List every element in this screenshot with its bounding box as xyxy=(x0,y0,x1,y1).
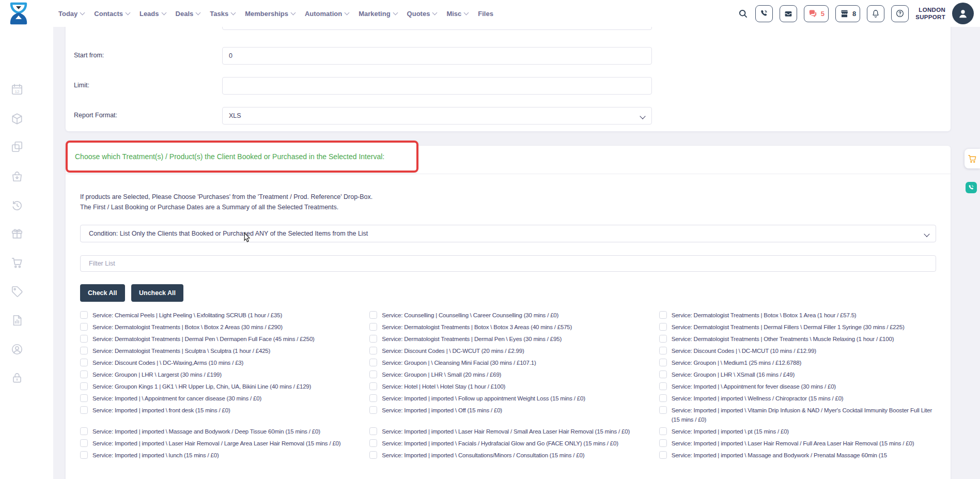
nav-item-files[interactable]: Files xyxy=(478,10,493,18)
service-checkbox-label[interactable]: Service: Discount Codes | \ DC-Waxing,Ar… xyxy=(92,358,243,367)
service-checkbox[interactable] xyxy=(659,370,667,378)
service-checkbox[interactable] xyxy=(659,427,667,435)
service-checkbox-label[interactable]: Service: Dermatologist Treatments | Boto… xyxy=(382,322,572,332)
nav-item-misc[interactable]: Misc xyxy=(446,10,468,18)
service-checkbox-label[interactable]: Service: Dermatologist Treatments | Boto… xyxy=(672,311,857,320)
sidebar-history-icon[interactable] xyxy=(10,199,24,212)
service-checkbox[interactable] xyxy=(369,439,377,447)
service-checkbox-label[interactable]: Service: Dermatologist Treatments | Scul… xyxy=(92,346,270,356)
service-checkbox[interactable] xyxy=(659,406,667,414)
service-checkbox[interactable] xyxy=(369,347,377,354)
service-checkbox-label[interactable]: Service: Dermatologist Treatments | Boto… xyxy=(92,322,283,332)
service-checkbox-label[interactable]: Service: Chemical Peels | Light Peeling … xyxy=(92,311,282,320)
start-from-input[interactable] xyxy=(222,47,652,65)
condition-select[interactable]: Condition: List Only the Clients that Bo… xyxy=(80,225,936,242)
service-checkbox-label[interactable]: Service: Imported | imported \ Off (15 m… xyxy=(382,406,502,415)
service-checkbox[interactable] xyxy=(80,427,88,435)
service-checkbox-label[interactable]: Service: Imported | imported \ Consultat… xyxy=(382,451,584,460)
service-checkbox[interactable] xyxy=(80,347,88,354)
service-checkbox[interactable] xyxy=(369,394,377,402)
service-checkbox[interactable] xyxy=(369,335,377,343)
service-checkbox[interactable] xyxy=(80,335,88,343)
sidebar-lock-icon[interactable] xyxy=(10,371,24,384)
nav-item-leads[interactable]: Leads xyxy=(139,10,166,18)
service-checkbox[interactable] xyxy=(659,311,667,319)
service-checkbox-label[interactable]: Service: Imported | imported \ Follow up… xyxy=(382,394,585,403)
service-checkbox-label[interactable]: Service: Imported | imported \ Vitamin D… xyxy=(672,406,936,424)
service-checkbox-label[interactable]: Service: Imported | imported \ pt (15 mi… xyxy=(672,427,789,436)
sidebar-user-circle-icon[interactable] xyxy=(10,343,24,356)
service-checkbox-label[interactable]: Service: Imported | imported \ front des… xyxy=(92,406,230,415)
service-checkbox-label[interactable]: Service: Dermatologist Treatments | Derm… xyxy=(672,322,905,332)
help-button[interactable] xyxy=(891,5,909,22)
nav-item-automation[interactable]: Automation xyxy=(305,10,349,18)
service-checkbox-label[interactable]: Service: Hotel | Hotel \ Hotel Stay (1 h… xyxy=(382,382,505,391)
service-checkbox-label[interactable]: Service: Imported | imported \ lunch (15… xyxy=(92,451,219,460)
service-checkbox[interactable] xyxy=(80,394,88,402)
nav-item-contacts[interactable]: Contacts xyxy=(94,10,130,18)
uncheck-all-button[interactable]: Uncheck All xyxy=(131,284,183,302)
service-checkbox-label[interactable]: Service: Imported | imported \ Massage a… xyxy=(92,427,320,436)
sidebar-package-icon[interactable] xyxy=(10,112,24,126)
service-checkbox[interactable] xyxy=(659,323,667,331)
service-checkbox[interactable] xyxy=(80,370,88,378)
sidebar-bag-icon[interactable] xyxy=(10,169,24,183)
service-checkbox[interactable] xyxy=(369,427,377,435)
nav-item-memberships[interactable]: Memberships xyxy=(245,10,295,18)
avatar[interactable] xyxy=(952,3,974,24)
notifications-button[interactable] xyxy=(867,5,884,22)
service-checkbox[interactable] xyxy=(80,406,88,414)
check-all-button[interactable]: Check All xyxy=(80,284,125,302)
service-checkbox[interactable] xyxy=(80,382,88,390)
floating-phone-button[interactable] xyxy=(966,182,977,193)
nav-item-today[interactable]: Today xyxy=(58,10,84,18)
service-checkbox-label[interactable]: Service: Groupon | LHR \ Small (20 mins … xyxy=(382,370,501,379)
sidebar-tag-icon[interactable] xyxy=(10,285,24,298)
sidebar-calendar-icon[interactable] xyxy=(10,83,24,96)
service-checkbox-label[interactable]: Service: Groupon Kings 1 | GK1 \ HR Uppe… xyxy=(92,382,311,391)
service-checkbox[interactable] xyxy=(369,406,377,414)
service-checkbox[interactable] xyxy=(369,451,377,459)
service-checkbox[interactable] xyxy=(369,311,377,319)
service-checkbox-label[interactable]: Service: Imported | imported \ Massage a… xyxy=(672,451,887,460)
search-icon[interactable] xyxy=(738,8,749,19)
service-checkbox[interactable] xyxy=(659,451,667,459)
service-checkbox[interactable] xyxy=(369,370,377,378)
service-checkbox[interactable] xyxy=(659,382,667,390)
service-checkbox-label[interactable]: Service: Dermatologist Treatments | Othe… xyxy=(672,334,894,344)
chat-button[interactable]: 5 xyxy=(804,5,829,22)
sidebar-gift-icon[interactable] xyxy=(10,227,24,240)
sidebar-cart-icon[interactable] xyxy=(10,256,24,269)
nav-item-marketing[interactable]: Marketing xyxy=(359,10,397,18)
service-checkbox-label[interactable]: Service: Imported | imported \ Wellness … xyxy=(672,394,844,403)
service-checkbox-label[interactable]: Service: Dermatologist Treatments | Derm… xyxy=(382,334,562,344)
service-checkbox[interactable] xyxy=(659,347,667,354)
service-checkbox-label[interactable]: Service: Imported | \ Appointment for fe… xyxy=(672,382,836,391)
service-checkbox[interactable] xyxy=(80,439,88,447)
sidebar-report-icon[interactable] xyxy=(10,314,24,327)
service-checkbox-label[interactable]: Service: Discount Codes | \ DC-MCUT (10 … xyxy=(672,346,816,356)
service-checkbox[interactable] xyxy=(659,394,667,402)
limit-input[interactable] xyxy=(222,77,652,95)
service-checkbox[interactable] xyxy=(369,382,377,390)
service-checkbox[interactable] xyxy=(659,359,667,366)
service-checkbox-label[interactable]: Service: Groupon | LHR \ XSmall (16 mins… xyxy=(672,370,795,379)
service-checkbox-label[interactable]: Service: Imported | imported \ Facials /… xyxy=(382,439,618,448)
service-checkbox-label[interactable]: Service: Discount Codes | \ DC-WCUT (20 … xyxy=(382,346,524,356)
service-checkbox-label[interactable]: Service: Groupon | \ Medium1 (25 mins / … xyxy=(672,358,801,367)
filter-list-input[interactable] xyxy=(80,255,936,272)
service-checkbox-label[interactable]: Service: Imported | imported \ Laser Hai… xyxy=(382,427,630,436)
nav-item-tasks[interactable]: Tasks xyxy=(210,10,235,18)
service-checkbox-label[interactable]: Service: Imported | imported \ Laser Hai… xyxy=(672,439,914,448)
service-checkbox[interactable] xyxy=(659,439,667,447)
service-checkbox-label[interactable]: Service: Groupon | \ Cleansing Mini Faci… xyxy=(382,358,536,367)
app-logo-icon[interactable] xyxy=(8,2,29,25)
store-button[interactable]: 8 xyxy=(835,5,860,22)
service-checkbox-label[interactable]: Service: Imported | imported \ Laser Hai… xyxy=(92,439,340,448)
service-checkbox[interactable] xyxy=(659,335,667,343)
service-checkbox-label[interactable]: Service: Counselling | Counselling \ Car… xyxy=(382,311,558,320)
service-checkbox[interactable] xyxy=(80,451,88,459)
service-checkbox-label[interactable]: Service: Groupon | LHR \ Largerst (30 mi… xyxy=(92,370,222,379)
service-checkbox-label[interactable]: Service: Imported | \ Appointment for ca… xyxy=(92,394,261,403)
inbox-button[interactable] xyxy=(780,5,797,22)
